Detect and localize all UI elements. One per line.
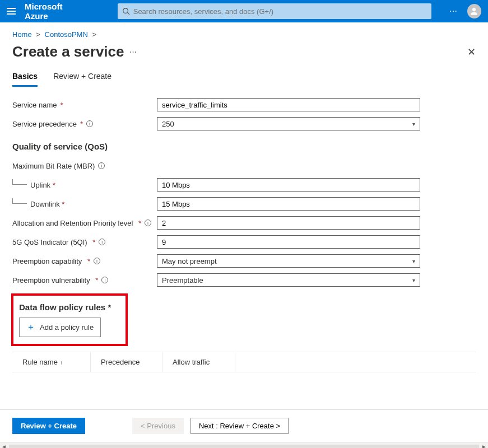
chevron-right-icon: > bbox=[36, 30, 40, 39]
hamburger-icon[interactable] bbox=[7, 8, 16, 15]
col-allow-traffic[interactable]: Allow traffic bbox=[162, 352, 235, 372]
add-rule-label: Add a policy rule bbox=[40, 323, 94, 332]
mbr-label: Maximum Bit Rate (MBR) bbox=[12, 162, 95, 170]
scroll-left-icon[interactable]: ◄ bbox=[1, 444, 7, 448]
review-create-button[interactable]: Review + Create bbox=[12, 418, 85, 434]
dfpr-heading: Data flow policy rules bbox=[19, 302, 105, 312]
service-name-label: Service name bbox=[12, 101, 57, 109]
scroll-right-icon[interactable]: ► bbox=[481, 444, 487, 448]
downlink-input[interactable] bbox=[157, 197, 420, 211]
preempt-vuln-select[interactable]: Preemptable▾ bbox=[157, 273, 420, 287]
page-title: Create a service bbox=[12, 43, 124, 60]
downlink-label: Downlink bbox=[30, 200, 60, 208]
info-icon[interactable]: i bbox=[99, 239, 105, 245]
chevron-down-icon: ▾ bbox=[412, 121, 415, 127]
svg-point-0 bbox=[123, 8, 128, 13]
service-precedence-select[interactable]: 250▾ bbox=[157, 117, 420, 130]
fiveqi-input[interactable] bbox=[157, 235, 420, 249]
uplink-input[interactable] bbox=[157, 178, 420, 192]
required-icon: * bbox=[94, 276, 99, 284]
info-icon[interactable]: i bbox=[98, 162, 105, 169]
col-rule-name[interactable]: Rule name↑ bbox=[12, 352, 91, 372]
avatar[interactable] bbox=[467, 4, 481, 18]
add-policy-rule-button[interactable]: ＋ Add a policy rule bbox=[19, 318, 101, 337]
preempt-cap-label: Preemption capability bbox=[12, 257, 82, 265]
required-icon: * bbox=[60, 200, 65, 208]
info-icon[interactable]: i bbox=[94, 258, 100, 264]
tab-review-create[interactable]: Review + Create bbox=[53, 68, 111, 87]
col-precedence[interactable]: Precedence bbox=[91, 352, 162, 372]
uplink-label: Uplink bbox=[30, 181, 50, 189]
required-icon: * bbox=[108, 302, 111, 312]
person-icon bbox=[469, 6, 479, 16]
chevron-right-icon: > bbox=[92, 30, 96, 39]
preempt-vuln-label: Preemption vulnerability bbox=[12, 276, 90, 284]
required-icon: * bbox=[50, 181, 55, 189]
plus-icon: ＋ bbox=[26, 321, 35, 333]
svg-point-2 bbox=[472, 8, 476, 11]
chevron-down-icon: ▾ bbox=[412, 258, 415, 264]
info-icon[interactable]: i bbox=[145, 220, 151, 226]
breadcrumb: Home > ContosoPMN > bbox=[0, 22, 488, 42]
brand-label: Microsoft Azure bbox=[25, 2, 86, 21]
wizard-footer: Review + Create < Previous Next : Review… bbox=[0, 410, 488, 442]
close-icon[interactable]: ✕ bbox=[467, 46, 476, 58]
info-icon[interactable]: i bbox=[86, 120, 93, 127]
top-bar: Microsoft Azure ⋯ bbox=[0, 0, 488, 22]
scroll-track[interactable] bbox=[9, 445, 479, 449]
highlight-annotation: Data flow policy rules * ＋ Add a policy … bbox=[11, 293, 128, 346]
search-icon bbox=[122, 7, 130, 15]
svg-line-1 bbox=[127, 13, 129, 15]
search-input[interactable] bbox=[133, 7, 427, 16]
required-icon: * bbox=[60, 101, 63, 109]
fiveqi-label: 5G QoS Indicator (5QI) bbox=[12, 238, 87, 246]
breadcrumb-item[interactable]: ContosoPMN bbox=[45, 30, 88, 39]
tabs: Basics Review + Create bbox=[0, 68, 488, 87]
required-icon: * bbox=[91, 238, 96, 246]
preempt-cap-select[interactable]: May not preempt▾ bbox=[157, 254, 420, 268]
arp-label: Allocation and Retention Priority level bbox=[12, 219, 133, 227]
next-button[interactable]: Next : Review + Create > bbox=[190, 418, 289, 434]
sort-asc-icon: ↑ bbox=[60, 360, 63, 366]
required-icon: * bbox=[85, 257, 90, 265]
service-precedence-label: Service precedence bbox=[12, 120, 77, 128]
more-actions-icon[interactable]: ⋯ bbox=[129, 48, 137, 56]
arp-input[interactable] bbox=[157, 216, 420, 230]
breadcrumb-home[interactable]: Home bbox=[12, 30, 32, 39]
required-icon: * bbox=[136, 219, 141, 227]
info-icon[interactable]: i bbox=[101, 277, 108, 283]
service-name-input[interactable] bbox=[157, 98, 420, 111]
qos-heading: Quality of service (QoS) bbox=[12, 142, 476, 151]
required-icon: * bbox=[80, 120, 83, 128]
previous-button: < Previous bbox=[132, 418, 184, 434]
overflow-icon[interactable]: ⋯ bbox=[449, 7, 458, 16]
rules-table-header: Rule name↑ Precedence Allow traffic bbox=[12, 352, 476, 372]
horizontal-scrollbar[interactable]: ◄ ► bbox=[0, 442, 488, 448]
chevron-down-icon: ▾ bbox=[412, 277, 415, 283]
tab-basics[interactable]: Basics bbox=[12, 68, 38, 87]
global-search[interactable] bbox=[118, 3, 431, 19]
